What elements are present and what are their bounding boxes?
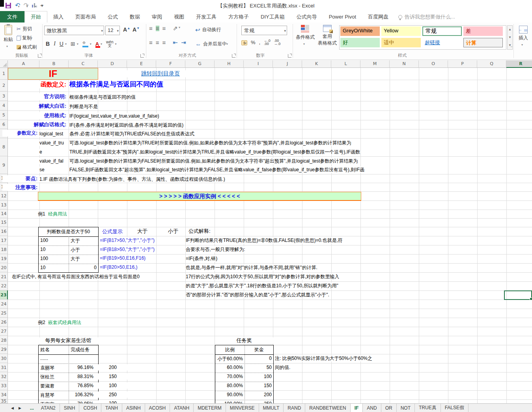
row-header-16[interactable]: 16	[0, 227, 8, 236]
tab-ffcell[interactable]: 方方格子	[222, 11, 255, 22]
sheet-tab-IF[interactable]: IF	[351, 404, 363, 412]
column-header-G[interactable]: G	[185, 60, 215, 68]
table1-cell[interactable]: 大于	[69, 236, 98, 245]
column-header-L[interactable]: L	[331, 60, 360, 68]
column-header-C[interactable]: C	[69, 60, 98, 68]
table1-cell[interactable]: 10	[39, 245, 69, 253]
row-header-33[interactable]: 33	[0, 381, 8, 390]
style-calculation[interactable]: 计算	[463, 38, 503, 47]
align-middle-button[interactable]: ≡	[156, 26, 159, 31]
column-header-J[interactable]: J	[273, 60, 302, 68]
decrease-decimal-button[interactable]: .00→.0	[274, 39, 281, 45]
style-hyperlink[interactable]: 超链接	[422, 38, 462, 47]
row-header-14[interactable]: 14	[0, 210, 8, 218]
row-header-18[interactable]: 18	[0, 245, 8, 254]
tab-baidu-netdisk[interactable]: 百度网盘	[362, 11, 394, 22]
row-header-29[interactable]: 29	[0, 345, 8, 354]
font-color-button[interactable]: A	[95, 41, 99, 47]
align-left-button[interactable]: ≡	[149, 40, 153, 45]
column-header-N[interactable]: N	[390, 60, 419, 68]
table2-cell[interactable]: 要淑君	[39, 382, 69, 391]
table2-cell[interactable]: 张桂兰	[39, 373, 69, 382]
format-painter-button[interactable]: 格式刷	[17, 44, 37, 51]
increase-decimal-button[interactable]: ←.0.00	[264, 39, 271, 45]
row-header-27[interactable]: 27	[0, 327, 8, 336]
row-header-21[interactable]: 21	[0, 272, 8, 281]
sheet-tab-FALSE假[interactable]: FALSE假	[441, 404, 469, 412]
table2-cell[interactable]: 88.31%	[69, 373, 98, 380]
row-header-25[interactable]: 25	[0, 309, 8, 318]
bonus-value[interactable]: 100	[98, 400, 127, 403]
row-header-1[interactable]: 1	[0, 68, 8, 80]
bold-button[interactable]: B	[46, 41, 50, 47]
tab-formula-wizard[interactable]: 公式向导	[291, 11, 323, 22]
underline-button[interactable]: U	[60, 41, 63, 47]
style-yellow[interactable]: Yellow	[381, 26, 421, 36]
sheet-tab-COSH[interactable]: COSH	[79, 404, 101, 412]
orientation-button[interactable]: ⇗	[173, 26, 178, 31]
gallery-scroll[interactable]: ▲▼▼̲	[507, 25, 513, 50]
number-format-select[interactable]: 常规▾	[241, 26, 287, 35]
column-header-E[interactable]: E	[127, 60, 156, 68]
tab-review[interactable]: 审阅	[146, 11, 168, 22]
prev-sheet-button[interactable]: ◀	[11, 406, 14, 410]
table3-cell[interactable]: 150	[245, 382, 273, 390]
table1-cell[interactable]: 100	[39, 255, 69, 262]
sheet-tab-NOT[interactable]: NOT	[397, 404, 415, 412]
sheet-tab-ATANH[interactable]: ATANH	[170, 404, 194, 412]
fill-color-button[interactable]	[82, 41, 88, 47]
row-header-19[interactable]: 19	[0, 254, 8, 263]
table3-cell[interactable]: 250	[245, 400, 273, 403]
tab-developer[interactable]: 开发工具	[190, 11, 222, 22]
bonus-value[interactable]: 250	[98, 391, 127, 398]
row-header-15[interactable]: 15	[0, 218, 8, 227]
cut-button[interactable]: ✂剪切	[17, 26, 32, 32]
column-header-B[interactable]: B	[39, 60, 69, 68]
table2-cell[interactable]: ......	[39, 354, 69, 362]
row-header-17[interactable]: 17	[0, 236, 8, 245]
tab-diy-toolbox[interactable]: DIY工具箱	[255, 11, 291, 22]
decrease-indent-button[interactable]: ⇤	[173, 40, 178, 45]
merge-center-button[interactable]: ⇔合并后居中 ▾	[195, 41, 228, 47]
table2-cell[interactable]: 王京京	[39, 400, 69, 403]
paste-button[interactable]: 粘贴 ▾	[2, 25, 15, 53]
table3-cell[interactable]: 90.00%	[215, 391, 245, 399]
italic-button[interactable]: I	[54, 41, 56, 47]
column-header-D[interactable]: D	[98, 60, 127, 68]
bonus-value[interactable]: 150	[98, 373, 127, 380]
style-greyorwhite[interactable]: GreyOrWhite	[340, 26, 380, 36]
percent-button[interactable]: %	[251, 39, 256, 45]
style-normal-selected[interactable]: 常规	[422, 26, 462, 36]
font-dialog-launcher[interactable]	[140, 54, 144, 58]
table2-cell[interactable]: 106.32%	[69, 391, 98, 399]
phonetic-button[interactable]: wén文	[106, 40, 113, 47]
row-header-9[interactable]: 9	[0, 156, 8, 174]
column-header-F[interactable]: F	[156, 60, 185, 68]
table3-cell[interactable]: 100.00%	[215, 400, 245, 403]
row-header-22[interactable]: 22	[0, 281, 8, 290]
style-good[interactable]: 好	[340, 38, 380, 47]
table3-cell[interactable]: 80.00%	[215, 382, 245, 390]
column-header-O[interactable]: O	[419, 60, 448, 68]
tab-power-pivot[interactable]: Power Pivot	[323, 11, 362, 22]
worksheet-grid[interactable]: ABCDEFGHIJKLMNOPQR 123456789101112131415…	[0, 60, 532, 403]
table1-cell[interactable]: 大于	[69, 255, 98, 264]
active-cell-R23[interactable]	[504, 290, 532, 300]
column-header-K[interactable]: K	[302, 60, 331, 68]
sheet-tab-MINVERSE[interactable]: MINVERSE	[226, 404, 259, 412]
sheet-tab-MDETERM[interactable]: MDETERM	[194, 404, 226, 412]
format-as-table-button[interactable]: 套用 表格格式	[317, 25, 338, 47]
table2-cell[interactable]: 96.16%	[69, 363, 98, 371]
table3-cell[interactable]: 小于60.00%	[215, 354, 245, 363]
select-all-corner[interactable]	[0, 60, 8, 68]
font-size-select[interactable]: 12▾	[105, 26, 120, 35]
column-header-I[interactable]: I	[244, 60, 273, 68]
bonus-value[interactable]: 100	[98, 382, 127, 389]
sheet-tab-OR[interactable]: OR	[381, 404, 397, 412]
column-header-M[interactable]: M	[360, 60, 390, 68]
sheet-tab-RAND[interactable]: RAND	[284, 404, 305, 412]
comma-button[interactable]: ,	[259, 39, 261, 45]
tab-data[interactable]: 数据	[124, 11, 146, 22]
column-header-A[interactable]: A	[8, 60, 39, 68]
table3-cell[interactable]: 50	[245, 363, 273, 371]
